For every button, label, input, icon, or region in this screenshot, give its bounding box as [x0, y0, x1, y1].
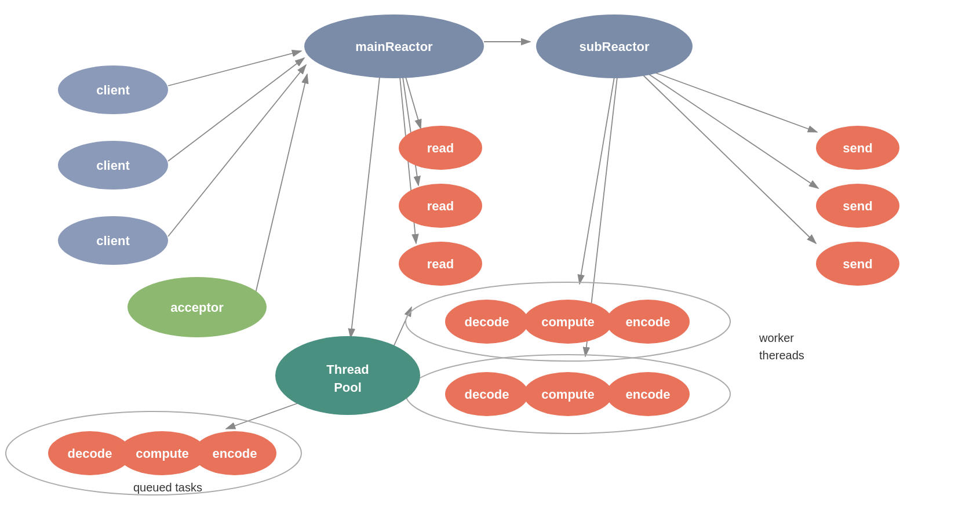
- worker2-compute-label: compute: [541, 387, 595, 402]
- arrow-client2-mainreactor: [168, 58, 304, 161]
- diagram-svg: mainReactor subReactor client client cli…: [0, 0, 980, 521]
- send-1-label: send: [843, 141, 872, 155]
- read-3-label: read: [427, 257, 454, 271]
- worker2-decode-label: decode: [464, 387, 509, 402]
- arrow-mr-threadpool: [351, 77, 380, 338]
- thread-pool-label-2: Pool: [334, 380, 362, 395]
- client-3-label: client: [96, 234, 130, 248]
- arrow-sr-send2: [646, 72, 818, 188]
- sub-reactor-label: subReactor: [579, 39, 649, 54]
- queued-decode-label: decode: [67, 446, 112, 461]
- client-2-label: client: [96, 158, 130, 173]
- worker2-encode-label: encode: [625, 387, 670, 402]
- worker-threads-text-1: worker: [759, 331, 794, 344]
- acceptor-label: acceptor: [170, 300, 224, 315]
- worker1-decode-label: decode: [464, 315, 509, 329]
- thread-pool-label-1: Thread: [326, 362, 369, 377]
- queued-compute-label: compute: [136, 446, 189, 461]
- queued-encode-label: encode: [212, 446, 257, 461]
- arrow-acceptor-mainreactor: [255, 74, 307, 296]
- main-reactor-label: mainReactor: [355, 39, 433, 54]
- worker-threads-text-2: thereads: [759, 349, 804, 362]
- read-1-label: read: [427, 141, 454, 155]
- send-3-label: send: [843, 257, 872, 271]
- arrow-mr-read1: [406, 77, 421, 129]
- arrow-client1-mainreactor: [168, 51, 301, 86]
- send-2-label: send: [843, 199, 872, 213]
- worker1-compute-label: compute: [541, 315, 595, 329]
- client-1-label: client: [96, 83, 130, 97]
- queued-tasks-text: queued tasks: [133, 481, 202, 494]
- arrow-tp-queued: [226, 400, 307, 429]
- arrow-client3-mainreactor: [168, 65, 306, 236]
- read-2-label: read: [427, 199, 454, 213]
- worker1-encode-label: encode: [625, 315, 670, 329]
